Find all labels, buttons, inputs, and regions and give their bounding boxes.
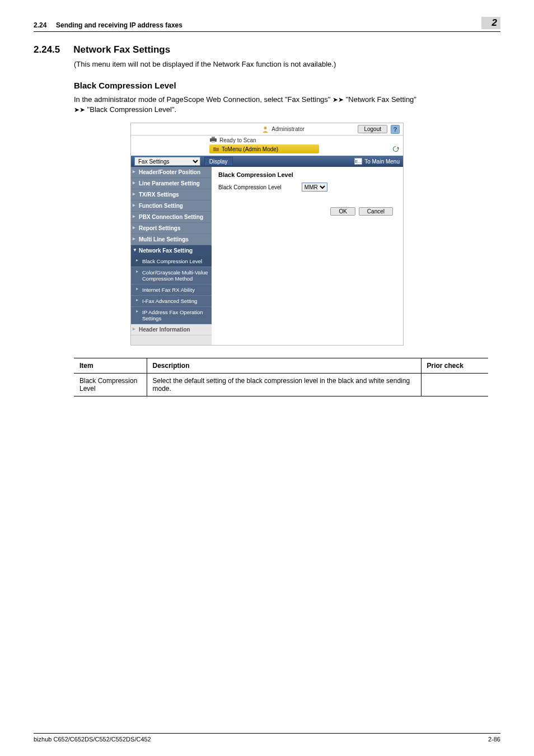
sidebar-item-pbx[interactable]: PBX Connection Setting xyxy=(131,212,212,223)
cell-item: Black Compression Level xyxy=(74,374,147,396)
subsection-heading: Black Compression Level xyxy=(74,81,500,90)
sidebar-sub-color-grayscale[interactable]: Color/Grayscale Multi-Value Compression … xyxy=(131,267,212,284)
footer-page: 2-86 xyxy=(488,736,500,743)
header-section-title: Sending and receiving IP address faxes xyxy=(56,21,182,29)
compression-level-select[interactable]: MMR xyxy=(302,183,327,192)
sidebar: Header/Footer Position Line Parameter Se… xyxy=(131,167,212,345)
sidebar-sub-ifax-rx[interactable]: Internet Fax RX Ability xyxy=(131,284,212,296)
printer-icon xyxy=(209,137,217,143)
sidebar-item-line-parameter[interactable]: Line Parameter Setting xyxy=(131,178,212,189)
cancel-button[interactable]: Cancel xyxy=(359,207,393,216)
help-button[interactable]: ? xyxy=(391,125,400,134)
th-description: Description xyxy=(147,358,421,374)
ok-button[interactable]: OK xyxy=(330,207,355,216)
refresh-icon[interactable] xyxy=(392,145,400,153)
sidebar-item-report[interactable]: Report Settings xyxy=(131,223,212,234)
cell-description: Select the default setting of the black … xyxy=(147,374,421,396)
svg-rect-3 xyxy=(212,141,215,143)
page-header: 2.24 Sending and receiving IP address fa… xyxy=(34,17,500,32)
sidebar-item-function[interactable]: Function Setting xyxy=(131,200,212,212)
cell-prior xyxy=(421,374,488,396)
page-footer: bizhub C652/C652DS/C552/C552DS/C452 2-86 xyxy=(34,733,500,743)
section-heading: Network Fax Settings xyxy=(73,44,170,55)
to-main-icon: E... xyxy=(354,158,362,165)
sidebar-sub-black-compression[interactable]: Black Compression Level xyxy=(131,256,212,267)
arrow-icon: ➤➤ xyxy=(74,106,85,114)
section-intro: (This menu item will not be displayed if… xyxy=(74,60,500,68)
sidebar-item-txrx[interactable]: TX/RX Settings xyxy=(131,189,212,200)
main-pane: Black Compression Level Black Compressio… xyxy=(212,167,403,345)
field-label: Black Compression Level xyxy=(218,184,282,190)
sidebar-item-header-footer[interactable]: Header/Footer Position xyxy=(131,167,212,178)
status-ready: Ready to Scan xyxy=(209,137,256,143)
sidebar-item-header-info[interactable]: Header Information xyxy=(131,324,212,335)
th-prior-check: Prior check xyxy=(421,358,488,374)
arrow-icon: ➤➤ xyxy=(332,96,344,104)
menu-mode-pill[interactable]: ToMenu (Admin Mode) xyxy=(209,144,319,153)
sidebar-sub-ip-address-fax[interactable]: IP Address Fax Operation Settings xyxy=(131,307,212,324)
sidebar-sub-ifax-advanced[interactable]: I-Fax Advanced Setting xyxy=(131,296,212,307)
footer-model: bizhub C652/C652DS/C552/C552DS/C452 xyxy=(34,736,151,743)
category-select[interactable]: Fax Settings xyxy=(134,157,200,166)
embedded-screenshot: Administrator Logout ? Ready to Scan ToM… xyxy=(130,123,404,346)
folder-icon xyxy=(213,146,219,152)
admin-label: Administrator xyxy=(261,125,305,133)
sidebar-item-multiline[interactable]: Multi Line Settings xyxy=(131,234,212,245)
table-row: Black Compression Level Select the defau… xyxy=(74,374,488,396)
sidebar-section-network-fax[interactable]: Network Fax Setting xyxy=(131,245,212,256)
section-number: 2.24.5 xyxy=(34,44,60,55)
logout-button[interactable]: Logout xyxy=(358,125,387,133)
to-main-menu-link[interactable]: E... To Main Menu xyxy=(354,158,400,165)
description-table: Item Description Prior check Black Compr… xyxy=(74,358,488,396)
admin-icon xyxy=(261,125,269,133)
body-text: In the administrator mode of PageScope W… xyxy=(74,95,500,115)
header-section-number: 2.24 xyxy=(34,21,46,29)
display-button[interactable]: Display xyxy=(204,157,233,166)
svg-point-0 xyxy=(264,127,267,129)
chapter-badge: 2 xyxy=(481,17,500,29)
pane-title: Black Compression Level xyxy=(218,171,396,178)
svg-rect-2 xyxy=(212,137,215,138)
th-item: Item xyxy=(74,358,147,374)
